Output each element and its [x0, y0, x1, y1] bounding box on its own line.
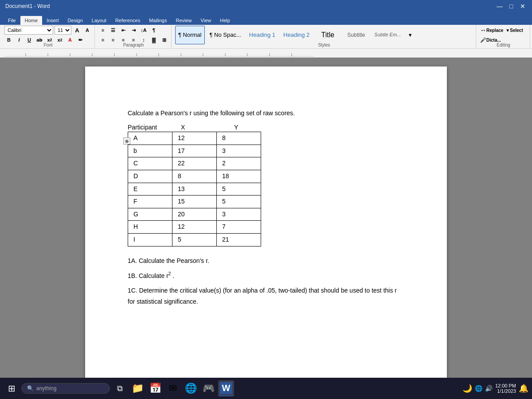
cell-x: 15 [172, 196, 217, 208]
style-subtle-em[interactable]: Subtle Em... [371, 26, 404, 44]
main-instruction: Calculate a Pearson's r using the follow… [128, 109, 404, 118]
mail-button[interactable]: ✉ [165, 380, 181, 396]
style-nospace-preview: ¶ No Spac... [210, 31, 241, 39]
notifications-button[interactable]: 🔔 [519, 383, 528, 393]
tab-mailings[interactable]: Mailings [145, 16, 171, 25]
maximize-button[interactable]: □ [507, 3, 515, 10]
document-scroll-area[interactable]: ⊕ Calculate a Pearson's r using the foll… [0, 58, 532, 378]
style-normal[interactable]: ¶ Normal [175, 26, 205, 44]
home-toolbar: Calibri 11 A A B I U ab x2 x2 A ✏ Font ≡… [0, 25, 532, 49]
file-explorer-button[interactable]: 📁 [129, 380, 145, 396]
style-heading2[interactable]: Heading 2 [280, 26, 313, 44]
cell-x: 8 [172, 170, 217, 183]
task-view-button[interactable]: ⧉ [112, 380, 128, 396]
xbox-button[interactable]: 🎮 [200, 380, 216, 396]
calendar-icon: 📅 [149, 383, 161, 394]
clock-time: 12:00 PM [495, 383, 516, 388]
cell-x: 20 [172, 208, 217, 221]
search-icon: 🔍 [27, 385, 34, 391]
cell-x: 12 [172, 132, 217, 145]
table-row: E135 [128, 183, 261, 196]
system-clock[interactable]: 12:00 PM 1/1/2023 [495, 383, 516, 394]
font-color-button[interactable]: A [66, 35, 74, 44]
style-h1-preview: Heading 1 [249, 31, 275, 39]
move-icon: ⊕ [125, 139, 129, 144]
edge-button[interactable]: 🌐 [183, 380, 199, 396]
font-group-label: Font [43, 43, 52, 47]
highlight-button[interactable]: ✏ [76, 35, 85, 44]
sort-button[interactable]: ↕A [139, 26, 148, 35]
cell-participant: E [128, 183, 172, 196]
table-move-handle[interactable]: ⊕ [123, 137, 130, 145]
font-name-select[interactable]: Calibri [4, 26, 53, 35]
style-subtitle-preview: Subtitle [347, 32, 365, 38]
strikethrough-button[interactable]: ab [35, 35, 44, 44]
align-center-button[interactable]: ≡ [109, 35, 117, 44]
align-left-button[interactable]: ≡ [98, 35, 107, 44]
windows-icon: ⊞ [8, 383, 16, 394]
editing-group-label: Editing [497, 43, 510, 47]
styles-group-label: Styles [318, 43, 330, 47]
focus-assist-button[interactable]: 🌙 [462, 383, 472, 393]
grow-font-button[interactable]: A [73, 26, 82, 35]
tab-design[interactable]: Design [63, 16, 87, 25]
taskbar-right: 🌙 🌐 🔊 12:00 PM 1/1/2023 🔔 [462, 383, 528, 394]
col-y-label: Y [234, 123, 287, 132]
cell-y: 18 [217, 170, 261, 183]
font-group: Calibri 11 A A B I U ab x2 x2 A ✏ Font [2, 25, 95, 48]
borders-button[interactable]: ⊞ [160, 35, 168, 44]
minimize-button[interactable]: — [496, 3, 504, 10]
tab-help[interactable]: Help [215, 16, 235, 25]
italic-button[interactable]: I [15, 35, 23, 44]
cell-x: 22 [172, 157, 217, 170]
tab-layout[interactable]: Layout [87, 16, 111, 25]
superscript-button[interactable]: x2 [55, 35, 64, 44]
font-size-select[interactable]: 11 [55, 26, 71, 35]
style-normal-preview: ¶ Normal [178, 31, 202, 39]
xbox-icon: 🎮 [203, 383, 215, 394]
underline-button[interactable]: U [25, 35, 34, 44]
table-row: A128 [128, 132, 261, 145]
word-taskbar-button[interactable]: W [218, 380, 234, 396]
indent-decrease-button[interactable]: ⇤ [119, 26, 128, 35]
style-nospace[interactable]: ¶ No Spac... [207, 26, 244, 44]
taskbar: ⊞ 🔍 anything ⧉ 📁 📅 ✉ 🌐 🎮 W 🌙 🌐 🔊 12:00 P… [0, 378, 532, 399]
mic-icon: 🎤 [480, 37, 486, 43]
style-title[interactable]: Title [314, 26, 341, 44]
cell-y: 5 [217, 183, 261, 196]
show-formatting-button[interactable]: ¶ [149, 26, 158, 35]
select-button[interactable]: ▼ Select [505, 26, 523, 35]
network-icon[interactable]: 🌐 [475, 385, 482, 392]
indent-increase-button[interactable]: ⇥ [129, 26, 138, 35]
bold-button[interactable]: B [4, 35, 13, 44]
tab-references[interactable]: References [111, 16, 145, 25]
cell-participant: A [128, 132, 172, 145]
style-subtitle[interactable]: Subtitle [343, 26, 369, 44]
windows-start-button[interactable]: ⊞ [4, 380, 20, 396]
cell-participant: I [128, 233, 172, 246]
tab-review[interactable]: Review [172, 16, 196, 25]
document-page: ⊕ Calculate a Pearson's r using the foll… [85, 66, 447, 378]
calendar-button[interactable]: 📅 [147, 380, 163, 396]
edge-icon: 🌐 [185, 383, 197, 394]
q1b-text: 1B. Calculate r [128, 272, 168, 279]
table-row: C222 [128, 157, 261, 170]
cell-y: 21 [217, 233, 261, 246]
style-heading1[interactable]: Heading 1 [246, 26, 278, 44]
volume-icon[interactable]: 🔊 [485, 385, 493, 392]
cell-x: 13 [172, 183, 217, 196]
shrink-font-button[interactable]: A [83, 26, 92, 35]
bullets-button[interactable]: ≡ [98, 26, 107, 35]
table-row: G203 [128, 208, 261, 221]
tab-view[interactable]: View [196, 16, 216, 25]
shading-button[interactable]: ▓ [149, 35, 158, 44]
styles-more-button[interactable]: ▼ [406, 31, 415, 39]
tab-insert[interactable]: Insert [42, 16, 63, 25]
tab-file[interactable]: File [4, 16, 20, 25]
replace-button[interactable]: ↔ Replace [480, 26, 504, 35]
style-h2-preview: Heading 2 [283, 31, 309, 39]
taskbar-search[interactable]: 🔍 anything [21, 383, 110, 394]
numbering-button[interactable]: ☰ [109, 26, 117, 35]
close-button[interactable]: ✕ [519, 3, 527, 10]
tab-home[interactable]: Home [20, 16, 42, 25]
